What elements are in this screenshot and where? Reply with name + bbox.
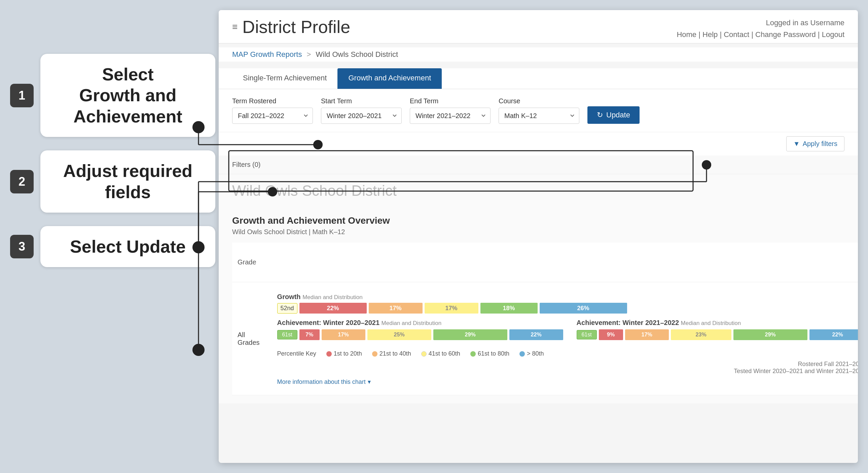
key-item-5: > 80th (520, 350, 544, 357)
ach2021-seg-3: 23% (671, 329, 732, 340)
app-header: ≡ District Profile Logged in as Username… (219, 10, 858, 43)
breadcrumb-separator: > (307, 50, 311, 59)
page-title: District Profile (242, 17, 350, 37)
step-1-box: SelectGrowth andAchievement (40, 54, 215, 137)
course-label: Course (499, 97, 579, 105)
step-3-title: Select Update (54, 236, 202, 257)
instruction-panel: 1 SelectGrowth andAchievement 2 Adjust r… (10, 54, 215, 267)
step-1-title: SelectGrowth andAchievement (54, 64, 202, 127)
breadcrumb: MAP Growth Reports > Wild Owls School Di… (219, 48, 858, 62)
step-3-item: 3 Select Update (10, 226, 215, 267)
term-rostered-label: Term Rostered (232, 97, 313, 105)
data-table: Grade Number of Students ⓘ All Grades (232, 243, 858, 395)
footer-rostered: Rostered Fall 2021–2022 (734, 360, 858, 368)
ach2020-seg-3: 25% (367, 329, 431, 340)
growth-median: 52nd (277, 303, 298, 314)
growth-chart: Growth Median and Distribution 52nd 22% … (271, 288, 858, 391)
growth-seg-2: 17% (369, 303, 423, 314)
header-title-row: ≡ District Profile (232, 17, 350, 37)
step-2-box: Adjust requiredfields (40, 150, 215, 213)
step-3-box: Select Update (40, 226, 215, 267)
filters-row: Term Rostered Fall 2021–2022 Start Term … (219, 89, 858, 132)
ach2020-seg-1: 7% (300, 329, 320, 340)
nav-links[interactable]: Home | Help | Contact | Change Password … (677, 29, 844, 40)
chevron-down-icon: ▾ (368, 378, 371, 385)
achievement-2021-bar-row: 61st 9% 17% 23% 29% 22% (577, 329, 858, 340)
term-rostered-select[interactable]: Fall 2021–2022 (232, 108, 313, 124)
apply-filters-button[interactable]: ▼ Apply filters (786, 136, 844, 151)
more-info-link[interactable]: More information about this chart ▾ (277, 378, 858, 385)
ach2020-seg-5: 22% (509, 329, 563, 340)
grade-col-header: Grade (232, 243, 265, 282)
step-2-title: Adjust requiredfields (54, 160, 202, 202)
key-item-1: 1st to 20th (326, 350, 362, 357)
achievement-section: Achievement: Winter 2020–2021 Median and… (277, 319, 858, 344)
step-2-number: 2 (10, 170, 34, 193)
step-3-number: 3 (10, 235, 34, 258)
growth-bar-row: 52nd 22% 17% 17% 18% 26% (277, 303, 858, 314)
course-select[interactable]: Math K–12 (499, 108, 579, 124)
filter-group-term-rostered: Term Rostered Fall 2021–2022 (232, 97, 313, 124)
key-item-4: 61st to 80th (470, 350, 509, 357)
footer-row: Rostered Fall 2021–2022 Tested Winter 20… (277, 360, 858, 375)
filters-count: Filters (0) (232, 161, 260, 168)
step-1-number: 1 (10, 84, 34, 107)
growth-seg-3: 17% (425, 303, 478, 314)
ach2020-seg-2: 17% (322, 329, 365, 340)
growth-seg-5: 26% (540, 303, 627, 314)
step-2-item: 2 Adjust requiredfields (10, 150, 215, 213)
filter-icon: ▼ (793, 140, 800, 148)
content-area: Growth and Achievement Overview Wild Owl… (219, 207, 858, 403)
app-container: ≡ District Profile Logged in as Username… (219, 10, 858, 463)
update-button[interactable]: ↻ Update (587, 106, 640, 124)
achievement-2021-median: 61st (577, 330, 597, 340)
filter-group-course: Course Math K–12 (499, 97, 579, 124)
achievement-2020-median: 61st (277, 330, 298, 340)
footer-tested: Tested Winter 2020–2021 and Winter 2021–… (734, 368, 858, 375)
start-term-select[interactable]: Winter 2020–2021 (321, 108, 402, 124)
update-icon: ↻ (597, 111, 603, 119)
apply-filters-label: Apply filters (803, 140, 837, 148)
achievement-2021-block: Achievement: Winter 2021–2022 Median and… (577, 319, 858, 344)
start-term-label: Start Term (321, 97, 402, 105)
district-name: Wild Owls School District (219, 174, 858, 207)
ach2021-seg-1: 9% (599, 329, 623, 340)
tabs-row: Single-Term Achievement Growth and Achie… (219, 68, 858, 89)
achievement-2021-title: Achievement: Winter 2021–2022 Median and… (577, 319, 858, 327)
growth-label: Growth Median and Distribution (277, 293, 858, 301)
percentile-key: Percentile Key 1st to 20th 21st to 40th (277, 350, 858, 357)
section-subtitle: Wild Owls School District | Math K–12 (232, 228, 844, 236)
key-label: Percentile Key (277, 350, 316, 357)
hamburger-icon[interactable]: ≡ (232, 22, 238, 32)
chart-col-header (265, 243, 858, 282)
achievement-2020-block: Achievement: Winter 2020–2021 Median and… (277, 319, 563, 344)
header-top: ≡ District Profile Logged in as Username… (232, 17, 844, 40)
breadcrumb-link[interactable]: MAP Growth Reports (232, 50, 302, 59)
achievement-2020-bar-row: 61st 7% 17% 25% 29% 22% (277, 329, 563, 340)
header-right: Logged in as Username Home | Help | Cont… (677, 17, 844, 40)
tab-growth-and-achievement[interactable]: Growth and Achievement (337, 68, 442, 89)
ach2021-seg-5: 22% (809, 329, 858, 340)
achievement-2020-title: Achievement: Winter 2020–2021 Median and… (277, 319, 563, 327)
end-term-select[interactable]: Winter 2021–2022 (410, 108, 491, 124)
breadcrumb-current: Wild Owls School District (316, 50, 398, 59)
apply-filters-row: ▼ Apply filters (219, 132, 858, 155)
growth-seg-1: 22% (300, 303, 367, 314)
step-1-item: 1 SelectGrowth andAchievement (10, 54, 215, 137)
ach2021-seg-4: 29% (734, 329, 807, 340)
logged-in-text: Logged in as Username (677, 17, 844, 29)
filters-count-row: Filters (0) (219, 155, 858, 174)
key-item-2: 21st to 40th (372, 350, 411, 357)
tab-single-term-achievement[interactable]: Single-Term Achievement (232, 68, 337, 89)
ach2020-seg-4: 29% (433, 329, 507, 340)
section-title: Growth and Achievement Overview (232, 215, 844, 226)
filter-group-start-term: Start Term Winter 2020–2021 (321, 97, 402, 124)
all-grades-label: All Grades (232, 282, 265, 395)
ach2021-seg-2: 17% (625, 329, 669, 340)
key-item-3: 41st to 60th (421, 350, 460, 357)
end-term-label: End Term (410, 97, 491, 105)
footer-rostered-tested: Rostered Fall 2021–2022 Tested Winter 20… (734, 360, 858, 375)
update-label: Update (606, 111, 630, 119)
dot-step3 (192, 344, 205, 356)
filter-group-end-term: End Term Winter 2021–2022 (410, 97, 491, 124)
